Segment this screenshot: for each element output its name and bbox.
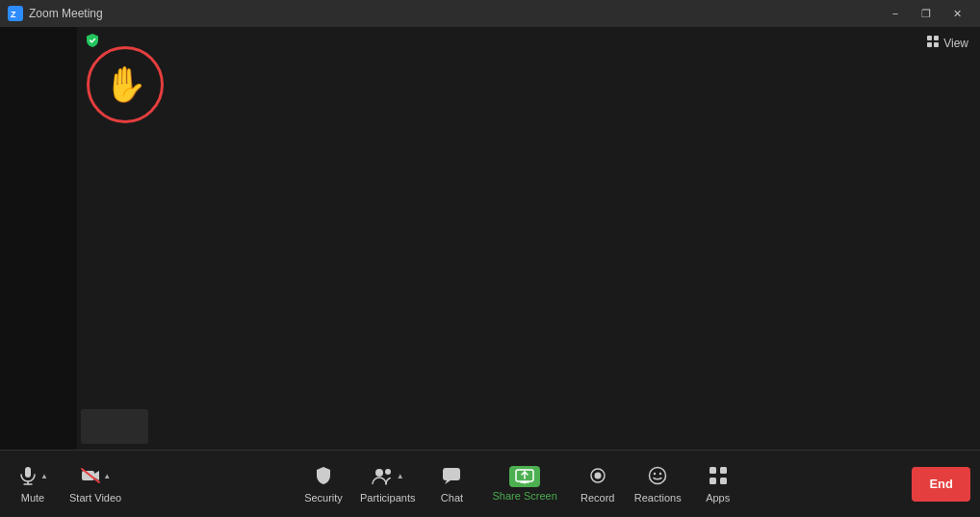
svg-point-22 xyxy=(650,467,666,483)
start-video-caret[interactable]: ▲ xyxy=(103,472,111,480)
mute-icon-area: ▲ xyxy=(17,465,48,489)
grid-icon xyxy=(926,35,940,51)
left-sidebar xyxy=(0,27,77,450)
svg-point-21 xyxy=(594,472,601,478)
apps-label: Apps xyxy=(706,492,730,504)
participants-icon-area: ▲ xyxy=(372,465,404,489)
svg-rect-27 xyxy=(709,478,716,484)
apps-icon xyxy=(708,465,729,489)
share-screen-button[interactable]: Share Screen xyxy=(480,462,568,505)
start-video-button[interactable]: ▲ Start Video xyxy=(62,461,129,507)
svg-point-24 xyxy=(659,472,661,474)
participants-caret[interactable]: ▲ xyxy=(397,472,404,480)
app-icon: Z xyxy=(8,6,23,21)
record-icon-area xyxy=(587,465,608,489)
security-button[interactable]: Security xyxy=(295,461,352,507)
svg-rect-26 xyxy=(720,467,727,474)
chat-label: Chat xyxy=(441,492,463,504)
main-area: ✋ View xyxy=(0,27,980,450)
mute-caret[interactable]: ▲ xyxy=(40,472,48,480)
start-video-label: Start Video xyxy=(69,492,121,504)
svg-marker-15 xyxy=(445,480,451,484)
view-button-label: View xyxy=(943,37,968,50)
record-label: Record xyxy=(580,492,614,504)
reactions-icon-area xyxy=(647,465,668,489)
svg-rect-2 xyxy=(927,36,932,40)
participants-button[interactable]: ▲ Participants xyxy=(352,461,423,507)
minimize-button[interactable]: − xyxy=(880,0,911,27)
window-controls: − ❐ ✕ xyxy=(880,0,972,27)
mute-button[interactable]: ▲ Mute xyxy=(4,461,62,507)
apps-icon-area xyxy=(708,465,729,489)
participants-label: Participants xyxy=(360,492,415,504)
view-button[interactable]: View xyxy=(926,35,968,51)
title-bar: Z Zoom Meeting − ❐ ✕ xyxy=(0,0,980,27)
svg-rect-4 xyxy=(927,42,932,47)
video-area: ✋ View xyxy=(77,27,980,450)
bottom-toolbar: ▲ Mute ▲ Start Video xyxy=(0,450,980,517)
close-button[interactable]: ✕ xyxy=(941,0,972,27)
security-icon-area xyxy=(313,465,334,489)
start-video-icon-area: ▲ xyxy=(80,465,111,489)
share-screen-icon-bg xyxy=(509,466,540,487)
security-label: Security xyxy=(304,492,343,504)
record-icon xyxy=(587,465,608,489)
toolbar-right: End xyxy=(912,467,970,502)
svg-rect-5 xyxy=(934,42,939,47)
svg-rect-14 xyxy=(443,468,460,480)
camera-off-icon xyxy=(80,465,101,489)
svg-rect-28 xyxy=(720,478,727,484)
shield-icon xyxy=(313,465,334,489)
chat-icon-area xyxy=(441,465,462,489)
microphone-icon xyxy=(17,465,39,489)
hand-raise-container: ✋ xyxy=(87,46,164,123)
participants-icon xyxy=(372,465,395,489)
chat-icon xyxy=(441,465,462,489)
reactions-button[interactable]: Reactions xyxy=(627,461,689,507)
restore-button[interactable]: ❐ xyxy=(911,0,941,27)
app-title: Zoom Meeting xyxy=(29,7,103,20)
svg-rect-3 xyxy=(934,36,939,40)
svg-point-13 xyxy=(385,469,391,475)
toolbar-left: ▲ Mute ▲ Start Video xyxy=(4,461,129,507)
apps-button[interactable]: Apps xyxy=(689,461,747,507)
share-screen-label: Share Screen xyxy=(492,490,556,502)
svg-point-12 xyxy=(375,469,383,477)
thumbnail-box xyxy=(81,409,148,444)
share-screen-icon-area xyxy=(509,466,540,487)
record-button[interactable]: Record xyxy=(569,461,627,507)
shield-badge xyxy=(85,33,100,48)
svg-rect-9 xyxy=(82,471,94,480)
svg-rect-25 xyxy=(709,467,716,474)
svg-rect-6 xyxy=(25,467,31,478)
thumbnail-strip xyxy=(77,407,980,446)
toolbar-center: Security ▲ Participants xyxy=(129,461,912,507)
reactions-icon xyxy=(647,465,668,489)
svg-text:Z: Z xyxy=(11,10,16,19)
mute-label: Mute xyxy=(21,492,44,504)
hand-raise-emoji: ✋ xyxy=(104,67,147,102)
end-button[interactable]: End xyxy=(912,467,970,502)
title-bar-left: Z Zoom Meeting xyxy=(8,6,103,21)
reactions-label: Reactions xyxy=(634,492,682,504)
svg-point-23 xyxy=(654,472,656,474)
chat-button[interactable]: Chat xyxy=(423,461,480,507)
